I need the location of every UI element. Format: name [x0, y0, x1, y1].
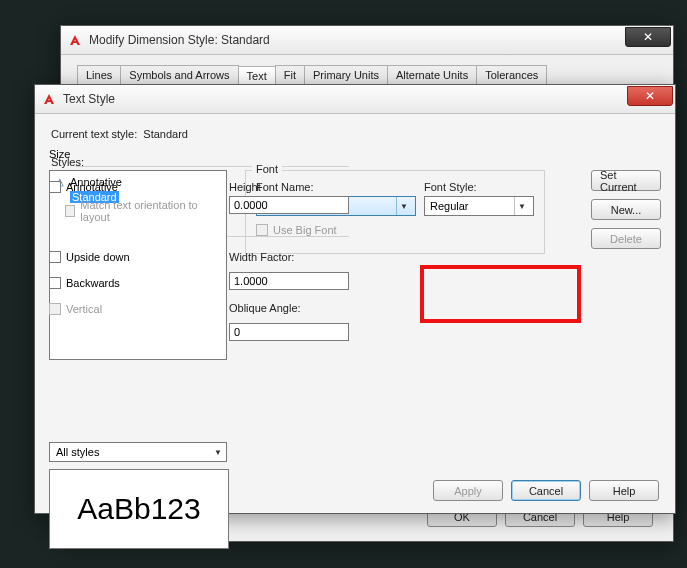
tab-primary[interactable]: Primary Units [304, 65, 388, 84]
font-style-combo[interactable]: Regular ▼ [424, 196, 534, 216]
checkbox-icon [65, 205, 75, 217]
help-button-front[interactable]: Help [589, 480, 659, 501]
delete-button: Delete [591, 228, 661, 249]
checkbox-icon [49, 277, 61, 289]
titlebar-front[interactable]: Text Style ✕ [35, 85, 675, 114]
tab-lines[interactable]: Lines [77, 65, 121, 84]
checkbox-icon [49, 251, 61, 263]
tab-fit[interactable]: Fit [275, 65, 305, 84]
window-title-back: Modify Dimension Style: Standard [89, 33, 625, 47]
font-style-label: Font Style: [424, 181, 534, 193]
tab-symbols[interactable]: Symbols and Arrows [120, 65, 238, 84]
apply-button: Apply [433, 480, 503, 501]
highlight-annotation [420, 265, 581, 323]
width-factor-input[interactable] [229, 272, 349, 290]
right-buttons: Set Current New... Delete [591, 170, 661, 249]
autocad-icon [41, 91, 57, 107]
vertical-checkbox: Vertical [49, 303, 199, 315]
close-button-back[interactable]: ✕ [625, 27, 671, 47]
current-style-value: Standard [143, 128, 188, 140]
checkbox-icon [256, 224, 268, 236]
tab-bar: Lines Symbols and Arrows Text Fit Primar… [61, 55, 673, 85]
checkbox-icon [49, 181, 61, 193]
new-button[interactable]: New... [591, 199, 661, 220]
chevron-down-icon: ▼ [214, 448, 222, 457]
width-factor-label: Width Factor: [229, 251, 359, 263]
tab-text[interactable]: Text [238, 66, 276, 85]
size-group: Size Annotative Match text orientation t… [49, 148, 349, 218]
use-big-font-checkbox: Use Big Font [256, 224, 416, 236]
checkbox-icon [49, 303, 61, 315]
chevron-down-icon: ▼ [396, 197, 411, 215]
tab-tolerances[interactable]: Tolerances [476, 65, 547, 84]
tab-alternate[interactable]: Alternate Units [387, 65, 477, 84]
match-orientation-checkbox: Match text orientation to layout [65, 199, 205, 223]
style-filter-value: All styles [56, 446, 99, 458]
window-title-front: Text Style [63, 92, 627, 106]
autocad-icon [67, 32, 83, 48]
upside-down-checkbox[interactable]: Upside down [49, 251, 199, 263]
font-preview: AaBb123 [49, 469, 229, 549]
close-button-front[interactable]: ✕ [627, 86, 673, 106]
backwards-checkbox[interactable]: Backwards [49, 277, 199, 289]
set-current-button[interactable]: Set Current [591, 170, 661, 191]
cancel-button-front[interactable]: Cancel [511, 480, 581, 501]
height-input[interactable] [229, 196, 349, 214]
oblique-angle-label: Oblique Angle: [229, 302, 359, 314]
front-bottom-buttons: Apply Cancel Help [433, 480, 659, 501]
titlebar-back[interactable]: Modify Dimension Style: Standard ✕ [61, 26, 673, 55]
annotative-checkbox[interactable]: Annotative [49, 181, 219, 193]
height-label: Height [229, 181, 369, 193]
text-style-window: Text Style ✕ Current text style: Standar… [34, 84, 676, 514]
current-style-label: Current text style: Standard [51, 128, 661, 140]
oblique-angle-input[interactable] [229, 323, 349, 341]
style-filter-combo[interactable]: All styles ▼ [49, 442, 227, 462]
chevron-down-icon: ▼ [514, 197, 529, 215]
